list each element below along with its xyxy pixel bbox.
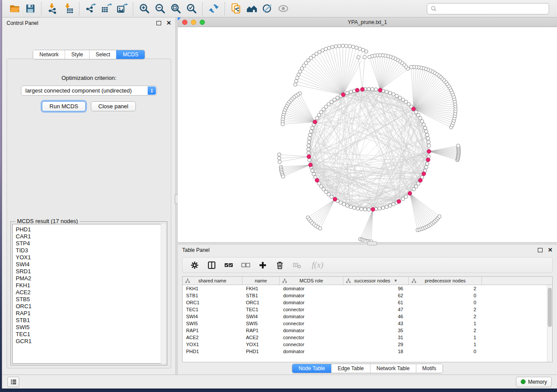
- column-header-predecessor-nodes[interactable]: predecessor nodes: [409, 277, 482, 285]
- network-node[interactable]: [360, 207, 363, 211]
- task-history-button[interactable]: [7, 377, 19, 387]
- hide-selected-button[interactable]: [259, 2, 275, 16]
- mcds-dominator-node[interactable]: [307, 155, 311, 158]
- mcds-dominator-node[interactable]: [308, 163, 312, 167]
- network-node[interactable]: [353, 206, 356, 210]
- network-node[interactable]: [308, 133, 312, 137]
- mcds-dominator-node[interactable]: [333, 197, 337, 201]
- network-node[interactable]: [419, 117, 422, 120]
- network-node[interactable]: [412, 188, 415, 191]
- network-node[interactable]: [392, 203, 395, 206]
- memory-button[interactable]: Memory: [516, 377, 552, 387]
- tab-mcds[interactable]: MCDS: [116, 50, 144, 59]
- tab-style[interactable]: Style: [65, 50, 89, 59]
- deselect-all-rows-button[interactable]: [240, 260, 251, 270]
- network-node[interactable]: [370, 87, 374, 91]
- tab-network-table[interactable]: Network Table: [370, 364, 416, 373]
- network-node[interactable]: [385, 90, 388, 93]
- network-node[interactable]: [307, 148, 310, 151]
- network-node[interactable]: [358, 47, 362, 51]
- network-node[interactable]: [349, 205, 353, 209]
- run-mcds-button[interactable]: Run MCDS: [42, 101, 86, 111]
- network-node[interactable]: [349, 90, 353, 93]
- network-node[interactable]: [278, 160, 281, 164]
- network-node[interactable]: [309, 130, 313, 133]
- optimization-criterion-select[interactable]: largest connected component (undirected)…: [21, 86, 157, 96]
- zoom-fit-button[interactable]: [168, 2, 183, 16]
- network-node[interactable]: [333, 98, 336, 101]
- first-neighbors-button[interactable]: [244, 2, 259, 16]
- network-node[interactable]: [277, 156, 281, 160]
- save-session-button[interactable]: [22, 2, 38, 16]
- network-canvas[interactable]: [178, 27, 557, 242]
- table-row[interactable]: ORC1ORC1dominator610: [183, 299, 552, 306]
- network-node[interactable]: [401, 197, 405, 201]
- network-node[interactable]: [363, 55, 367, 59]
- column-header-successor-nodes[interactable]: successor nodes▼: [343, 277, 409, 285]
- tab-node-table[interactable]: Node Table: [292, 364, 331, 373]
- network-node[interactable]: [392, 93, 395, 96]
- network-node[interactable]: [367, 208, 370, 211]
- tab-edge-table[interactable]: Edge Table: [331, 364, 370, 373]
- table-row[interactable]: RAP1RAP1dominator352: [183, 327, 552, 334]
- mcds-result-item[interactable]: STB1: [16, 317, 165, 324]
- network-node[interactable]: [367, 87, 370, 91]
- column-header-name[interactable]: name: [242, 277, 280, 285]
- network-node[interactable]: [427, 140, 430, 144]
- mcds-result-item[interactable]: TID3: [16, 247, 165, 254]
- network-node[interactable]: [348, 45, 352, 48]
- select-all-rows-button[interactable]: [223, 260, 234, 270]
- network-node[interactable]: [427, 144, 431, 148]
- zoom-in-button[interactable]: [136, 2, 152, 16]
- search-box[interactable]: [427, 3, 549, 14]
- network-node[interactable]: [361, 48, 365, 52]
- network-node[interactable]: [357, 55, 360, 59]
- mcds-result-item[interactable]: STP4: [16, 240, 165, 247]
- mcds-result-item[interactable]: STB5: [16, 296, 165, 303]
- network-node[interactable]: [308, 137, 311, 140]
- network-node[interactable]: [307, 144, 310, 148]
- network-node[interactable]: [395, 94, 398, 98]
- export-image-button[interactable]: [114, 2, 130, 16]
- network-node[interactable]: [277, 153, 281, 156]
- table-row[interactable]: PHD1PHD1dominator180: [183, 348, 552, 355]
- close-panel-icon[interactable]: ✕: [166, 21, 171, 25]
- network-node[interactable]: [339, 201, 343, 204]
- network-node[interactable]: [351, 45, 355, 48]
- table-row[interactable]: SWI4SWI4dominator462: [183, 313, 552, 320]
- network-node[interactable]: [426, 133, 429, 137]
- network-node[interactable]: [324, 47, 328, 51]
- network-node[interactable]: [398, 96, 401, 100]
- tab-network[interactable]: Network: [33, 50, 65, 59]
- network-node[interactable]: [385, 205, 388, 209]
- table-settings-button[interactable]: [189, 260, 200, 270]
- column-header-shared-name[interactable]: shared name: [183, 277, 242, 285]
- table-row[interactable]: SWI5SWI5connector431: [183, 320, 552, 327]
- open-session-button[interactable]: [7, 2, 22, 16]
- network-node[interactable]: [438, 215, 441, 218]
- mcds-result-scrollbar[interactable]: [161, 224, 166, 364]
- add-column-button[interactable]: [257, 260, 268, 270]
- network-node[interactable]: [327, 46, 331, 50]
- tab-motifs[interactable]: Motifs: [416, 364, 443, 373]
- network-node[interactable]: [346, 91, 349, 95]
- network-node[interactable]: [294, 83, 297, 86]
- network-node[interactable]: [417, 113, 420, 117]
- network-node[interactable]: [388, 91, 392, 95]
- float-panel-icon[interactable]: [538, 248, 543, 252]
- mcds-dominator-node[interactable]: [427, 149, 431, 153]
- mcds-result-item[interactable]: FKH1: [16, 282, 165, 289]
- table-row[interactable]: TEC1TEC1connector472: [183, 306, 552, 313]
- mcds-result-item[interactable]: PMA2: [16, 275, 165, 282]
- table-row[interactable]: STB1STB1dominator620: [183, 292, 552, 299]
- import-table-button[interactable]: [60, 2, 76, 16]
- search-input[interactable]: [439, 6, 545, 12]
- mcds-dominator-node[interactable]: [397, 199, 401, 203]
- network-node[interactable]: [426, 137, 430, 140]
- close-panel-button[interactable]: Close panel: [91, 101, 136, 111]
- splitter-grip[interactable]: [367, 241, 377, 245]
- network-node[interactable]: [311, 126, 314, 130]
- mcds-dominator-node[interactable]: [408, 191, 412, 195]
- table-row[interactable]: ACE2ACE2connector311: [183, 334, 552, 341]
- network-node[interactable]: [368, 55, 371, 58]
